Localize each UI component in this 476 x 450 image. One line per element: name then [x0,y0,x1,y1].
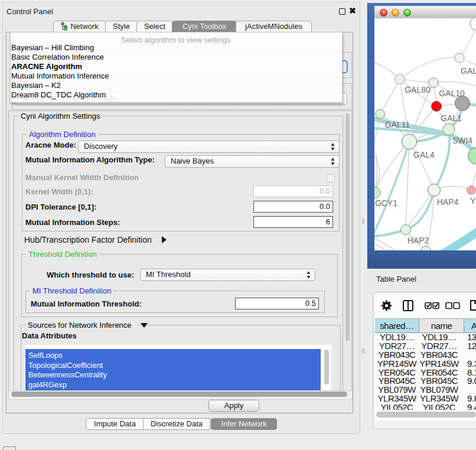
svg-text:GAL2: GAL2 [461,66,476,76]
svg-text:GAL10: GAL10 [439,89,465,98]
svg-text:HAP4: HAP4 [437,197,459,207]
svg-text:GAL1: GAL1 [441,113,462,123]
svg-text:GCY1: GCY1 [375,198,397,208]
svg-text:GAL11: GAL11 [385,120,410,129]
svg-text:GAL4: GAL4 [413,150,435,159]
svg-text:SWI4: SWI4 [452,136,472,145]
svg-text:HAP2: HAP2 [407,236,429,245]
svg-text:GAL80: GAL80 [405,85,431,94]
svg-text:YM: YM [470,196,476,206]
